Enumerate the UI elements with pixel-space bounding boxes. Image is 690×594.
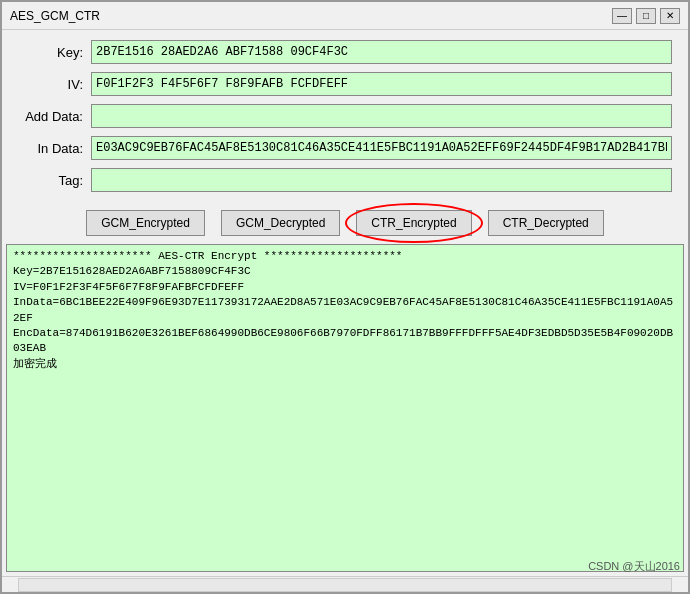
adddata-label: Add Data: bbox=[18, 109, 83, 124]
tag-row: Tag: bbox=[18, 168, 672, 192]
maximize-button[interactable]: □ bbox=[636, 8, 656, 24]
scrollbar-track bbox=[18, 578, 672, 592]
title-bar: AES_GCM_CTR — □ ✕ bbox=[2, 2, 688, 30]
minimize-button[interactable]: — bbox=[612, 8, 632, 24]
key-row: Key: bbox=[18, 40, 672, 64]
indata-row: In Data: bbox=[18, 136, 672, 160]
output-area[interactable]: ********************* AES-CTR Encrypt **… bbox=[6, 244, 684, 572]
indata-label: In Data: bbox=[18, 141, 83, 156]
iv-input[interactable] bbox=[91, 72, 672, 96]
key-input[interactable] bbox=[91, 40, 672, 64]
iv-row: IV: bbox=[18, 72, 672, 96]
window-controls: — □ ✕ bbox=[612, 8, 680, 24]
key-label: Key: bbox=[18, 45, 83, 60]
buttons-row: GCM_Encrypted GCM_Decrypted CTR_Encrypte… bbox=[2, 202, 688, 244]
iv-label: IV: bbox=[18, 77, 83, 92]
window-title: AES_GCM_CTR bbox=[10, 9, 100, 23]
adddata-row: Add Data: bbox=[18, 104, 672, 128]
form-area: Key: IV: Add Data: In Data: Tag: bbox=[2, 30, 688, 202]
adddata-input[interactable] bbox=[91, 104, 672, 128]
gcm-encrypted-button[interactable]: GCM_Encrypted bbox=[86, 210, 205, 236]
ctr-decrypted-button[interactable]: CTR_Decrypted bbox=[488, 210, 604, 236]
ctr-encrypted-button[interactable]: CTR_Encrypted bbox=[356, 210, 471, 236]
watermark: CSDN @天山2016 bbox=[588, 559, 680, 574]
close-button[interactable]: ✕ bbox=[660, 8, 680, 24]
indata-input[interactable] bbox=[91, 136, 672, 160]
horizontal-scrollbar[interactable] bbox=[2, 576, 688, 592]
tag-label: Tag: bbox=[18, 173, 83, 188]
gcm-decrypted-button[interactable]: GCM_Decrypted bbox=[221, 210, 340, 236]
tag-input[interactable] bbox=[91, 168, 672, 192]
